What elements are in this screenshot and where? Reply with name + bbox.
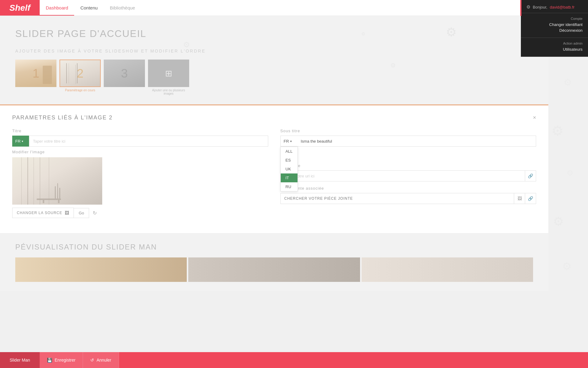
lien-row: 🔗 bbox=[280, 170, 536, 181]
dropdown-accent bbox=[520, 0, 521, 16]
sous-titre-field-row: FR ▾ ALL ES UK IT RU bbox=[280, 136, 536, 147]
lang-option-ALL[interactable]: ALL bbox=[281, 147, 298, 156]
slider-img-box-3[interactable]: 3 bbox=[104, 60, 145, 87]
annuler-button[interactable]: ↺ Annuler bbox=[83, 352, 119, 368]
add-image-icon: ⊞ bbox=[165, 68, 172, 78]
piece-jointe-browse-button[interactable]: 🖼 bbox=[514, 193, 525, 204]
titre-lang-select[interactable]: FR ▾ bbox=[12, 136, 29, 147]
slider-img-2-caption: Paramétrage en cours bbox=[60, 89, 101, 92]
slider-img-box-add[interactable]: ⊞ bbox=[148, 60, 189, 87]
piece-jointe-label: Pièce jointe associée bbox=[280, 186, 536, 191]
compte-label: Compte bbox=[526, 17, 583, 20]
rotate-icon: ↻ bbox=[93, 210, 97, 216]
lien-texte-label: Lien texte bbox=[280, 163, 536, 168]
lien-input[interactable] bbox=[280, 170, 525, 181]
admin-section: Action admin Utilisateurs bbox=[521, 38, 588, 57]
image-icon: 🖼 bbox=[65, 210, 69, 215]
changer-identifiant-link[interactable]: Changer identifiant bbox=[526, 22, 583, 27]
lang-option-IT[interactable]: IT bbox=[281, 173, 298, 182]
slider-image-add[interactable]: ⊞ Ajouter une ou plusieurs images bbox=[148, 60, 189, 95]
image-preview bbox=[12, 157, 102, 205]
modifier-image-label: Modifier l'image bbox=[12, 150, 268, 154]
slider-img-box-1[interactable]: 1 bbox=[15, 60, 56, 87]
sous-titre-lang-select[interactable]: FR ▾ bbox=[280, 136, 297, 147]
titre-input[interactable] bbox=[29, 136, 268, 147]
slider-image-2[interactable]: 2 Paramétrage en cours bbox=[60, 60, 101, 92]
change-source-label: CHANGER LA SOURCE bbox=[17, 211, 62, 215]
preview-title: PÉVISUALISATION DU SLIDER MAN bbox=[15, 243, 533, 251]
dropdown-header: ⚙ Bonjour, david@batb.fr bbox=[521, 0, 588, 13]
titre-label: Titre bbox=[12, 129, 268, 133]
topnav: Shelf Dashboard Contenu Bibliothèque ⚙ B… bbox=[0, 0, 588, 16]
titre-col: Titre FR ▾ Modifier l'image bbox=[12, 129, 268, 218]
slider-img-3-overlay: 3 bbox=[104, 60, 145, 87]
slider-image-3[interactable]: 3 bbox=[104, 60, 145, 87]
params-close-button[interactable]: × bbox=[533, 115, 536, 121]
params-panel: PARAMETRES LIÉS À L'IMAGE 2 × Titre FR ▾ bbox=[0, 105, 548, 234]
change-source-button[interactable]: CHANGER LA SOURCE 🖼 bbox=[12, 208, 74, 218]
sous-titre-input[interactable] bbox=[297, 136, 536, 147]
nav-links: Dashboard Contenu Bibliothèque bbox=[40, 0, 524, 16]
lien-link-button[interactable]: 🔗 bbox=[525, 170, 536, 181]
slider-img-box-2[interactable]: 2 bbox=[60, 60, 101, 87]
params-panel-title: PARAMETRES LIÉS À L'IMAGE 2 bbox=[12, 115, 113, 121]
preview-img-3 bbox=[362, 257, 533, 282]
dropdown-bonjour: Bonjour, bbox=[533, 5, 547, 9]
dropdown-gear-icon: ⚙ bbox=[526, 4, 530, 10]
go-button[interactable]: Go bbox=[74, 208, 89, 218]
nav-contenu[interactable]: Contenu bbox=[74, 0, 104, 16]
bottom-bar-actions: 💾 Enregistrer ↺ Annuler bbox=[40, 352, 119, 368]
slider-img-2-number: 2 bbox=[77, 67, 83, 80]
cancel-icon: ↺ bbox=[90, 358, 94, 363]
preview-section: PÉVISUALISATION DU SLIDER MAN bbox=[0, 234, 548, 291]
slider-img-1-number: 1 bbox=[32, 67, 39, 80]
link-icon: 🔗 bbox=[528, 173, 533, 178]
nav-bibliotheque[interactable]: Bibliothèque bbox=[104, 0, 141, 16]
enregistrer-button[interactable]: 💾 Enregistrer bbox=[40, 352, 83, 368]
lang-option-RU[interactable]: RU bbox=[281, 182, 298, 191]
nav-dashboard[interactable]: Dashboard bbox=[40, 0, 74, 16]
slider-img-add-overlay: ⊞ bbox=[148, 60, 189, 87]
section-gear-3: ⚙ bbox=[390, 62, 396, 69]
slider-img-1-overlay: 1 bbox=[15, 60, 56, 87]
slider-img-add-caption: Ajouter une ou plusieurs images bbox=[148, 89, 189, 95]
rotate-button[interactable]: ↻ bbox=[93, 210, 97, 216]
modify-image-section: Modifier l'image bbox=[12, 150, 268, 218]
piece-jointe-section: Pièce jointe associée 🖼 🔗 bbox=[280, 186, 536, 204]
folder-icon: 🖼 bbox=[518, 196, 522, 201]
slider-images: 1 2 Paramét bbox=[15, 60, 533, 95]
sous-titre-label: Sous titre bbox=[280, 129, 536, 133]
utilisateurs-link[interactable]: Utilisateurs bbox=[526, 47, 583, 52]
change-source-row: CHANGER LA SOURCE 🖼 Go ↻ bbox=[12, 208, 268, 218]
piece-jointe-input[interactable] bbox=[280, 193, 514, 204]
save-icon: 💾 bbox=[47, 358, 52, 363]
slider-image-1[interactable]: 1 bbox=[15, 60, 56, 87]
dropdown-email: david@batb.fr bbox=[550, 5, 575, 9]
slider-subtitle: AJOUTER DES IMAGE À VOTRE SLIDESHOW ET M… bbox=[15, 49, 533, 53]
params-row-1: Titre FR ▾ Modifier l'image bbox=[12, 129, 536, 218]
app-logo[interactable]: Shelf bbox=[0, 0, 40, 16]
bottom-bar: Slider Man 💾 Enregistrer ↺ Annuler bbox=[0, 352, 588, 368]
lang-dropdown: ALL ES UK IT RU bbox=[280, 147, 298, 191]
lien-section: Lien texte 🔗 bbox=[280, 163, 536, 181]
titre-field-row: FR ▾ bbox=[12, 136, 268, 147]
slider-section: ⚙ ⚙ ⚙ ⚙ SLIDER PAGE D'ACCUEIL AJOUTER DE… bbox=[0, 16, 548, 105]
preview-images bbox=[15, 257, 533, 282]
slider-img-2-overlay: 2 bbox=[60, 60, 100, 86]
piece-jointe-row: 🖼 🔗 bbox=[280, 193, 536, 204]
compte-section: Compte Changer identifiant Déconnexion bbox=[521, 13, 588, 38]
preview-img-1 bbox=[15, 257, 187, 282]
sous-titre-col: Sous titre FR ▾ ALL ES UK IT RU bbox=[280, 129, 536, 218]
params-panel-header: PARAMETRES LIÉS À L'IMAGE 2 × bbox=[12, 115, 536, 121]
lang-option-UK[interactable]: UK bbox=[281, 165, 298, 173]
section-gear-4: ⚙ bbox=[361, 31, 365, 37]
lang-option-ES[interactable]: ES bbox=[281, 156, 298, 165]
piece-jointe-link-button[interactable]: 🔗 bbox=[525, 193, 536, 204]
image-preview-inner bbox=[12, 157, 102, 205]
deconnexion-link[interactable]: Déconnexion bbox=[526, 28, 583, 33]
user-dropdown: ⚙ Bonjour, david@batb.fr Compte Changer … bbox=[521, 0, 588, 57]
main-content: ⚙ ⚙ ⚙ ⚙ SLIDER PAGE D'ACCUEIL AJOUTER DE… bbox=[0, 16, 588, 291]
section-gear-2: ⚙ bbox=[183, 40, 190, 49]
section-gear-1: ⚙ bbox=[446, 25, 457, 39]
bottom-bar-slider-label: Slider Man bbox=[0, 352, 40, 368]
